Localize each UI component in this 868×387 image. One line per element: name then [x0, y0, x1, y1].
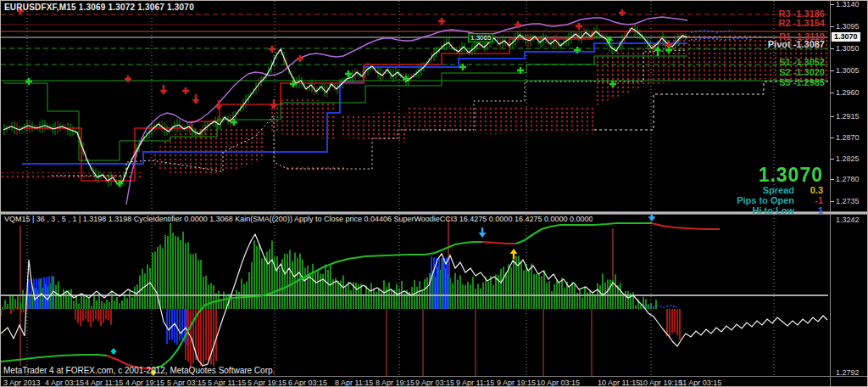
current-price-box: 1.3070 — [832, 32, 860, 42]
time-axis-label: 4 Apr 03:15 — [45, 379, 84, 387]
quote-row-value: 0.3 — [794, 186, 823, 195]
price-axis-tick — [831, 159, 834, 160]
price-axis-tick — [831, 201, 834, 202]
price-axis-tick — [831, 70, 834, 71]
price-axis-tick — [831, 116, 834, 117]
quote-row-label: Hi to Low — [753, 206, 795, 216]
time-axis-label: 10 Apr 03:15 — [537, 379, 580, 387]
price-axis-label: 1.2780 — [836, 175, 860, 183]
quote-row-label: Spread — [763, 186, 794, 195]
price-axis-tick — [831, 4, 834, 5]
pivot-label-s1: S1 -1.3052 — [779, 57, 825, 67]
time-axis-label: 8 Apr 19:15 — [376, 379, 415, 387]
time-axis-label: 11 Apr 03:15 — [679, 379, 721, 387]
price-axis-label: 1.2870 — [836, 133, 860, 142]
time-axis-label: 10 Apr 19:15 — [639, 379, 682, 387]
time-axis-label: 5 Apr 11:15 — [208, 379, 246, 387]
time-axis-label: 9 Apr 03:15 — [415, 379, 454, 387]
time-axis-separator — [1, 376, 868, 377]
indicator-axis-label: 1.3242 — [836, 216, 860, 224]
price-axis-label: 1.3005 — [836, 66, 860, 75]
chart-symbol-title: EURUSDFXF,M15 1.3069 1.3072 1.3067 1.307… — [4, 3, 194, 12]
price-axis-tick — [831, 48, 834, 49]
quote-price: 1.3070 — [687, 165, 823, 185]
quote-row-value: 1 — [794, 206, 823, 216]
pivot-label-s3: S3 -1.2985 — [779, 77, 825, 87]
price-axis-tick — [831, 93, 834, 93]
price-axis-tick — [831, 137, 834, 138]
time-axis-label: 4 Apr 19:15 — [125, 379, 164, 387]
price-axis-label: 1.2825 — [836, 154, 860, 163]
quote-panel: 1.3070 Spread0.3Pips to Open-1Hi to Low1 — [687, 165, 823, 216]
time-axis-label: 6 Apr 03:15 — [288, 379, 327, 387]
price-axis[interactable]: 1.31401.30951.30501.30051.29601.29151.28… — [830, 1, 868, 387]
quote-row-label: Pips to Open — [737, 196, 794, 205]
price-axis-label: 1.2915 — [836, 112, 860, 121]
time-axis-label: 4 Apr 11:15 — [85, 379, 123, 387]
price-axis-tick — [831, 26, 834, 27]
status-bar: MetaTrader 4 at FOREX.com, c 2001-2012, … — [3, 366, 275, 375]
quote-row: Hi to Low1 — [687, 206, 823, 216]
time-axis-label: 9 Apr 19:15 — [497, 379, 536, 387]
price-axis-label: 1.3140 — [836, 0, 860, 8]
time-axis-label: 5 Apr 03:15 — [167, 379, 206, 387]
pivot-label-r2: R2 -1.3154 — [779, 18, 825, 28]
price-axis-label: 1.2960 — [836, 88, 860, 97]
price-axis-label: 1.3050 — [836, 44, 860, 53]
quote-row-value: -1 — [794, 196, 823, 205]
time-axis-label: 3 Apr 2013 — [3, 379, 41, 387]
quote-row: Spread0.3 — [687, 186, 823, 195]
indicator-header: VQM15 | 36 , 3 , 5 , 1 | 1.3198 1.3198 C… — [4, 215, 593, 223]
time-axis-label: 10 Apr 11:15 — [598, 379, 640, 387]
time-axis-label: 5 Apr 19:15 — [248, 379, 287, 387]
quote-row: Pips to Open-1 — [687, 196, 823, 205]
chart-price-label: 1.3065 — [468, 33, 493, 42]
price-axis-tick — [831, 179, 834, 180]
time-axis-label: 8 Apr 11:15 — [335, 379, 373, 387]
time-axis-label: 9 Apr 11:15 — [456, 379, 494, 387]
price-axis-label: 1.2735 — [836, 197, 860, 205]
price-axis-label: 1.3095 — [836, 22, 860, 31]
pivot-label-s2: S2 -1.3020 — [779, 67, 825, 77]
pivot-label-pivot: Pivot -1.3087 — [768, 39, 825, 49]
indicator-panel-canvas[interactable] — [1, 215, 830, 376]
mt4-chart-window: EURUSDFXF,M15 1.3069 1.3072 1.3067 1.307… — [0, 0, 868, 387]
